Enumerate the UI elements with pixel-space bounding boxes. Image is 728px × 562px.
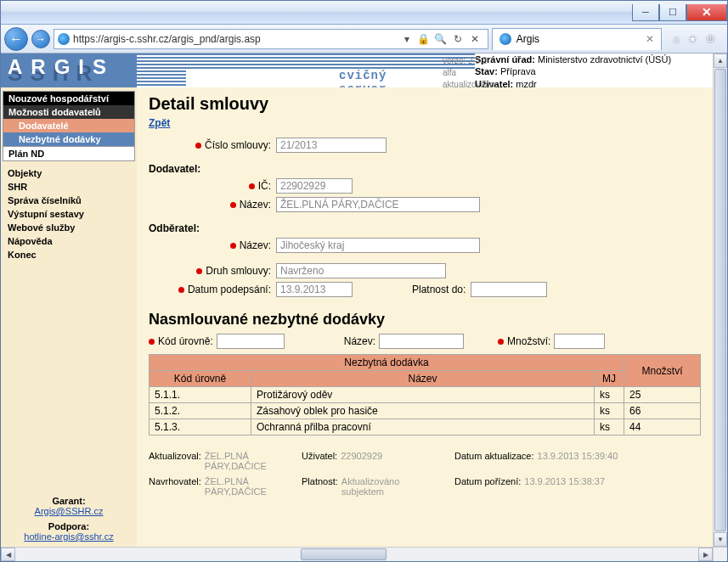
filter-row: Kód úrovně: Název: Množství: — [149, 334, 701, 349]
nav-item-ciselniky[interactable]: Správa číselníků — [8, 194, 130, 207]
scroll-up-icon[interactable]: ▲ — [714, 53, 727, 68]
platnost-label: Platnost: — [302, 476, 338, 497]
filter-kod-input[interactable] — [217, 334, 285, 349]
table-row[interactable]: 5.1.3.Ochranná přilba pracovníks44 — [150, 419, 701, 436]
version-label: verze: — [443, 56, 466, 65]
url-tools: ▾ 🔒 🔍 ↻ ✕ — [399, 31, 484, 47]
version-value: 2.3.2 — [468, 56, 487, 65]
uzivatel-value: 22902929 — [341, 451, 382, 471]
supplier-name-label: Název: — [240, 199, 271, 211]
lock-icon: 🔒 — [416, 31, 432, 47]
back-link[interactable]: Zpět — [149, 117, 170, 129]
tab-close-icon[interactable]: ✕ — [646, 33, 654, 45]
dropdown-icon[interactable]: ▾ — [399, 31, 415, 47]
scrollbar-horizontal[interactable]: ◀ ▶ — [1, 547, 713, 561]
nav-item-nezbytne[interactable]: Nezbytné dodávky — [3, 132, 134, 146]
datum-akt-label: Datum aktualizace: — [454, 451, 534, 471]
filter-nazev-input[interactable] — [379, 334, 464, 349]
back-button[interactable]: ← — [4, 27, 28, 51]
nav-section-plan[interactable]: Plán ND — [3, 146, 134, 160]
uzivatel-label: Uživatel: — [302, 451, 337, 471]
aktualizoval-value: ŽEL.PLNÁ PÁRY,DAČICE — [205, 451, 290, 471]
nav-section-emergency[interactable]: Nouzové hospodářství — [3, 92, 134, 105]
nav-tree: Nouzové hospodářství Možnosti dodavatelů… — [3, 91, 135, 161]
search-icon[interactable]: 🔍 — [433, 31, 449, 47]
scroll-right-icon[interactable]: ▶ — [698, 548, 713, 561]
logo-text: ARGIS — [8, 55, 115, 79]
cell-mnozstvi: 25 — [624, 387, 701, 403]
scroll-left-icon[interactable]: ◀ — [1, 548, 15, 561]
contract-form: Číslo smlouvy: 21/2013 Dodavatel: IČ: 22… — [149, 138, 701, 297]
podpora-label: Podpora: — [6, 521, 132, 531]
url-input[interactable] — [73, 33, 396, 45]
gear-icon[interactable]: ⚙ — [706, 33, 715, 45]
cell-nazev: Ochranná přilba pracovní — [251, 419, 595, 436]
scroll-thumb-vert[interactable] — [714, 69, 726, 531]
cell-nazev: Zásahový oblek pro hasiče — [251, 403, 595, 419]
scrollbar-vertical[interactable]: ▲ ▼ — [713, 53, 727, 547]
refresh-icon[interactable]: ↻ — [450, 31, 466, 47]
contract-no-input[interactable]: 21/2013 — [276, 138, 387, 153]
customer-heading: Odběratel: — [149, 222, 701, 234]
nav-item-webove[interactable]: Webové služby — [8, 221, 130, 234]
deliveries-table: Nezbytná dodávka Množství Kód úrovně Náz… — [149, 354, 701, 436]
maximize-button[interactable]: ☐ — [659, 4, 686, 21]
updated-label: alfa aktualizováno: — [443, 68, 497, 89]
stop-icon[interactable]: ✕ — [467, 31, 483, 47]
garant-label: Garant: — [6, 496, 132, 506]
nav-item-dodavatele[interactable]: Dodavatelé — [3, 119, 134, 132]
supplier-name-input[interactable]: ŽEL.PLNÁ PÁRY,DAČICE — [276, 197, 480, 212]
signed-input[interactable]: 13.9.2013 — [276, 282, 353, 297]
customer-name-input[interactable]: Jihočeský kraj — [276, 238, 480, 253]
state-value: Příprava — [500, 66, 536, 76]
favorites-icon[interactable]: ★ — [688, 33, 697, 45]
cell-kod: 5.1.2. — [150, 403, 251, 419]
col-mnozstvi: Množství — [624, 355, 701, 387]
scroll-down-icon[interactable]: ▼ — [714, 532, 727, 547]
valid-input[interactable] — [471, 282, 547, 297]
browser-window: ─ ☐ ✕ ← → ▾ 🔒 🔍 ↻ ✕ Argis ✕ ⌂ ★ ⚙ — [0, 0, 728, 562]
filter-nazev-label: Název: — [344, 335, 375, 347]
tab-title: Argis — [516, 33, 539, 45]
forward-button[interactable]: → — [31, 30, 50, 48]
nav-item-objekty[interactable]: Objekty — [8, 166, 130, 180]
nav-section-suppliers[interactable]: Možnosti dodavatelů — [3, 105, 134, 119]
home-icon[interactable]: ⌂ — [674, 33, 680, 45]
table-row[interactable]: 5.1.2.Zásahový oblek pro hasičeks66 — [150, 403, 701, 419]
ie-icon — [58, 33, 70, 45]
nav-item-sestavy[interactable]: Výstupní sestavy — [8, 207, 130, 221]
nav-item-napoveda[interactable]: Nápověda — [8, 234, 130, 248]
podpora-link[interactable]: hotline-argis@sshr.cz — [24, 531, 113, 542]
address-bar: ← → ▾ 🔒 🔍 ↻ ✕ Argis ✕ ⌂ ★ ⚙ — [1, 25, 727, 53]
header-info: Správní úřad: Ministerstvo zdravotnictví… — [475, 53, 713, 87]
col-mj: MJ — [595, 371, 624, 387]
window-titlebar: ─ ☐ ✕ — [1, 1, 727, 25]
filter-mnozstvi-input[interactable] — [554, 334, 605, 349]
header-middle: cvičný server verze: 2.3.2 alfa aktualiz… — [137, 53, 475, 87]
sidebar: Nouzové hospodářství Možnosti dodavatelů… — [1, 87, 137, 547]
cell-kod: 5.1.3. — [150, 419, 251, 436]
garant-link[interactable]: Argis@SSHR.cz — [35, 506, 104, 516]
main-content: Detail smlouvy Zpět Číslo smlouvy: 21/20… — [137, 87, 713, 547]
navrhovatel-label: Navrhovatel: — [149, 476, 201, 497]
url-box[interactable]: ▾ 🔒 🔍 ↻ ✕ — [54, 29, 488, 49]
ic-input[interactable]: 22902929 — [276, 178, 353, 194]
minimize-button[interactable]: ─ — [632, 4, 659, 21]
platnost-value: Aktualizováno subjektem — [341, 476, 426, 497]
page: SSHR ARGIS cvičný server verze: 2.3.2 al… — [1, 53, 713, 547]
close-button[interactable]: ✕ — [686, 4, 727, 21]
scroll-thumb-horz[interactable] — [301, 548, 387, 560]
datum-por-value: 13.9.2013 15:38:37 — [524, 476, 605, 497]
table-row[interactable]: 5.1.1.Protižárový oděvks25 — [150, 387, 701, 403]
nav-item-shr[interactable]: SHR — [8, 180, 130, 194]
window-buttons: ─ ☐ ✕ — [632, 4, 727, 21]
type-input[interactable]: Navrženo — [276, 263, 446, 278]
body-row: Nouzové hospodářství Možnosti dodavatelů… — [1, 87, 713, 547]
admin-value: Ministerstvo zdravotnictví (ÚSÚ) — [538, 54, 671, 65]
nav-item-konec[interactable]: Konec — [8, 248, 130, 261]
filter-mnozstvi-label: Množství: — [507, 335, 550, 347]
cell-mj: ks — [595, 403, 624, 419]
cell-nazev: Protižárový oděv — [251, 387, 595, 403]
browser-tab[interactable]: Argis ✕ — [492, 28, 662, 50]
required-dot-icon — [195, 143, 201, 149]
